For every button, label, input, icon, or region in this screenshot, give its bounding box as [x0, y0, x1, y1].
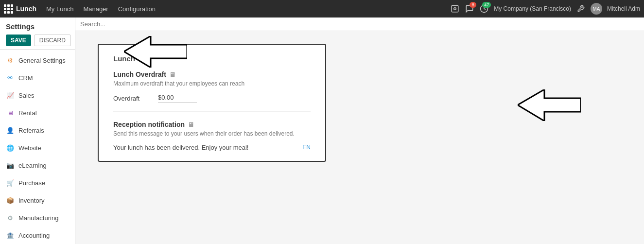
messages-badge: 8: [470, 2, 476, 8]
settings-header: Settings SAVE DISCARD: [0, 17, 75, 50]
arrow-annotation-right: [518, 89, 581, 122]
overdraft-label: Lunch Overdraft: [113, 70, 166, 78]
overdraft-desc: Maximum overdraft that your employees ca…: [113, 80, 311, 87]
rental-icon: 🖥: [6, 108, 15, 117]
sidebar-item-referrals[interactable]: 👤 Referrals: [0, 122, 75, 139]
messages-icon[interactable]: 8: [465, 4, 474, 14]
sidebar-item-crm[interactable]: 👁 CRM: [0, 69, 75, 87]
manufacturing-icon: ⚙: [6, 213, 15, 222]
svg-marker-4: [518, 89, 581, 121]
reception-section-title: Reception notification 🖥: [113, 121, 311, 128]
sidebar-label-general: General Settings: [18, 57, 66, 64]
search-input[interactable]: [80, 20, 639, 28]
activity-badge: 47: [482, 2, 491, 8]
inventory-icon: 📦: [6, 196, 15, 205]
overdraft-field-label: Overdraft: [113, 95, 152, 102]
reception-icon: 🖥: [188, 121, 194, 128]
activity-icon[interactable]: 47: [479, 4, 489, 14]
arrow-annotation-top: [124, 36, 187, 69]
reception-label: Reception notification: [113, 121, 185, 128]
brand-label: Lunch: [16, 5, 36, 13]
sidebar-label-elearning: eLearning: [18, 162, 47, 169]
nav-my-lunch[interactable]: My Lunch: [42, 3, 77, 15]
save-button[interactable]: SAVE: [6, 35, 31, 46]
message-text[interactable]: Your lunch has been delivered. Enjoy you…: [113, 144, 298, 151]
overdraft-row: Overdraft $0.00: [113, 94, 311, 103]
nav-configuration[interactable]: Configuration: [114, 3, 159, 15]
accounting-icon: 🏦: [6, 231, 15, 240]
sidebar-label-referrals: Referrals: [18, 127, 44, 134]
svg-marker-3: [124, 36, 187, 68]
website-icon: 🌐: [6, 143, 15, 152]
sidebar-item-manufacturing[interactable]: ⚙ Manufacturing: [0, 209, 75, 227]
sidebar-label-rental: Rental: [18, 109, 37, 117]
screenshot-icon[interactable]: [450, 4, 460, 14]
navbar-menu: My Lunch Manager Configuration: [42, 3, 159, 15]
tools-icon[interactable]: [576, 4, 586, 14]
search-bar-area: [75, 17, 644, 31]
general-icon: ⚙: [6, 56, 15, 65]
overdraft-icon: 🖥: [169, 71, 175, 78]
sidebar: Settings SAVE DISCARD ⚙ General Settings…: [0, 17, 75, 244]
layout: Settings SAVE DISCARD ⚙ General Settings…: [0, 17, 644, 244]
sidebar-item-elearning[interactable]: 📷 eLearning: [0, 157, 75, 174]
sidebar-item-sales[interactable]: 📈 Sales: [0, 87, 75, 104]
overdraft-section: Lunch Overdraft 🖥 Maximum overdraft that…: [113, 70, 311, 103]
user-name: Mitchell Adm: [607, 5, 640, 12]
sidebar-label-crm: CRM: [18, 74, 33, 82]
settings-title: Settings: [6, 22, 69, 31]
sidebar-label-purchase: Purchase: [18, 179, 45, 187]
overdraft-section-title: Lunch Overdraft 🖥: [113, 70, 311, 78]
sidebar-label-inventory: Inventory: [18, 197, 44, 204]
avatar[interactable]: MA: [591, 3, 602, 15]
overdraft-field-value[interactable]: $0.00: [158, 94, 197, 103]
main-content: Lunch Lunch Overdraft 🖥 Maximum overdraf…: [75, 17, 644, 244]
nav-manager[interactable]: Manager: [79, 3, 112, 15]
sidebar-item-accounting[interactable]: 🏦 Accounting: [0, 227, 75, 244]
sidebar-item-inventory[interactable]: 📦 Inventory: [0, 192, 75, 209]
sidebar-label-manufacturing: Manufacturing: [18, 214, 58, 222]
elearning-icon: 📷: [6, 161, 15, 170]
grid-icon: [4, 4, 13, 14]
discard-button[interactable]: DISCARD: [34, 35, 71, 46]
sidebar-nav: ⚙ General Settings 👁 CRM 📈 Sales 🖥 Renta…: [0, 50, 75, 244]
svg-point-1: [454, 8, 456, 10]
sidebar-label-accounting: Accounting: [18, 232, 50, 239]
sidebar-label-website: Website: [18, 144, 41, 152]
content-area: Lunch Lunch Overdraft 🖥 Maximum overdraf…: [75, 31, 644, 244]
crm-icon: 👁: [6, 73, 15, 82]
sidebar-item-purchase[interactable]: 🛒 Purchase: [0, 174, 75, 192]
svg-rect-0: [452, 5, 459, 12]
sidebar-item-general[interactable]: ⚙ General Settings: [0, 52, 75, 69]
reception-desc: Send this message to your users when the…: [113, 130, 311, 137]
purchase-icon: 🛒: [6, 178, 15, 187]
message-row: Your lunch has been delivered. Enjoy you…: [113, 144, 311, 151]
navbar-right: 8 47 My Company (San Francisco) MA Mitch…: [450, 3, 640, 15]
company-name: My Company (San Francisco): [494, 5, 571, 12]
referrals-icon: 👤: [6, 126, 15, 135]
settings-actions: SAVE DISCARD: [6, 35, 69, 46]
navbar: Lunch My Lunch Manager Configuration 8 4…: [0, 0, 644, 17]
reception-section: Reception notification 🖥 Send this messa…: [113, 121, 311, 151]
lang-badge[interactable]: EN: [302, 144, 311, 151]
sidebar-label-sales: Sales: [18, 92, 35, 99]
brand[interactable]: Lunch: [4, 4, 36, 14]
sidebar-item-website[interactable]: 🌐 Website: [0, 139, 75, 157]
sidebar-item-rental[interactable]: 🖥 Rental: [0, 104, 75, 122]
sales-icon: 📈: [6, 91, 15, 100]
